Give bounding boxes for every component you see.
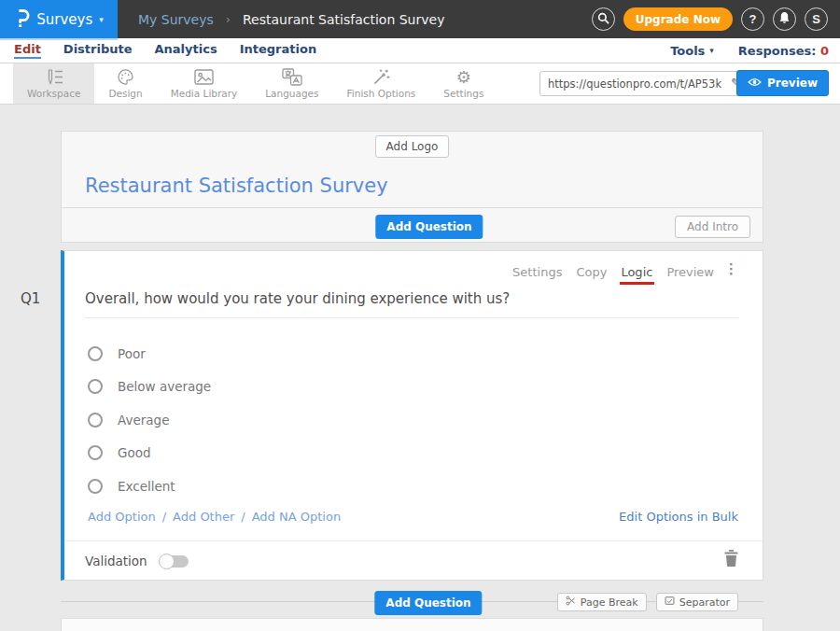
validation-label: Validation bbox=[85, 554, 147, 568]
header-actions: Upgrade Now ? S bbox=[592, 7, 840, 31]
radio-icon[interactable] bbox=[88, 445, 103, 460]
radio-icon[interactable] bbox=[88, 379, 103, 394]
answer-option-average[interactable]: Average bbox=[88, 403, 738, 437]
validation-toggle[interactable] bbox=[161, 555, 189, 568]
tab-edit[interactable]: Edit bbox=[14, 42, 41, 59]
notifications-button[interactable] bbox=[773, 7, 796, 31]
question-text[interactable]: Overall, how would you rate your dining … bbox=[85, 290, 510, 307]
question-logic-link[interactable]: Logic bbox=[621, 265, 652, 279]
question-number-label: Q1 bbox=[21, 290, 40, 307]
scissors-icon bbox=[566, 596, 576, 609]
question-copy-link[interactable]: Copy bbox=[576, 265, 607, 279]
trash-icon bbox=[724, 555, 738, 569]
chevron-down-icon: ▾ bbox=[99, 15, 104, 24]
breadcrumb: My Surveys › Restaurant Satisfaction Sur… bbox=[138, 12, 444, 27]
link-separator: / bbox=[162, 510, 166, 524]
tools-menu[interactable]: Tools ▾ bbox=[670, 44, 714, 58]
upgrade-now-button[interactable]: Upgrade Now bbox=[623, 7, 733, 31]
card-divider bbox=[64, 540, 763, 541]
responses-count: 0 bbox=[820, 44, 829, 58]
translate-icon bbox=[282, 68, 302, 86]
delete-question-button[interactable] bbox=[724, 550, 738, 569]
add-question-button-bottom[interactable]: Add Question bbox=[374, 591, 482, 615]
responses-label: Responses: bbox=[738, 44, 817, 58]
chevron-down-icon: ▾ bbox=[709, 46, 714, 55]
question-settings-link[interactable]: Settings bbox=[512, 265, 562, 279]
tab-analytics[interactable]: Analytics bbox=[155, 42, 217, 59]
eye-icon bbox=[748, 77, 762, 90]
question-more-options-icon[interactable]: ⋮ bbox=[724, 261, 738, 275]
toggle-knob bbox=[159, 554, 175, 569]
question-menu: Settings Copy Logic Preview bbox=[512, 265, 714, 279]
question-text-underline bbox=[85, 317, 738, 318]
tools-label: Tools bbox=[670, 44, 705, 58]
page-break-button[interactable]: Page Break bbox=[557, 593, 647, 611]
survey-title[interactable]: Restaurant Satisfaction Survey bbox=[85, 175, 388, 197]
answer-option-poor[interactable]: Poor bbox=[88, 337, 738, 371]
toolbar-item-languages[interactable]: Languages bbox=[251, 63, 332, 104]
nav-right: Tools ▾ Responses: 0 bbox=[670, 44, 840, 58]
product-switcher[interactable]: Surveys ▾ bbox=[0, 0, 118, 38]
breadcrumb-current-survey: Restaurant Satisfaction Survey bbox=[243, 12, 444, 27]
search-icon bbox=[597, 12, 609, 27]
add-other-link[interactable]: Add Other bbox=[173, 510, 234, 524]
answer-option-excellent[interactable]: Excellent bbox=[88, 470, 738, 503]
question-preview-link[interactable]: Preview bbox=[666, 265, 714, 279]
preview-button-label: Preview bbox=[767, 77, 818, 90]
toolbar-item-workspace[interactable]: Workspace bbox=[13, 63, 94, 104]
top-header: Surveys ▾ My Surveys › Restaurant Satisf… bbox=[0, 0, 840, 38]
add-question-row-top: Add Question Add Intro bbox=[61, 207, 763, 243]
product-switcher-label: Surveys bbox=[36, 11, 92, 28]
link-separator: / bbox=[241, 510, 245, 524]
responses-counter[interactable]: Responses: 0 bbox=[738, 44, 829, 58]
gear-icon: ⚙ bbox=[456, 68, 471, 86]
help-button[interactable]: ? bbox=[741, 7, 764, 31]
checkbox-icon bbox=[665, 596, 675, 609]
palette-icon bbox=[117, 68, 134, 86]
avatar[interactable]: S bbox=[805, 7, 828, 31]
preview-button[interactable]: Preview bbox=[736, 70, 829, 96]
answer-option-good[interactable]: Good bbox=[88, 437, 738, 470]
workspace-icon bbox=[45, 68, 63, 86]
add-intro-button[interactable]: Add Intro bbox=[675, 216, 750, 238]
option-action-links: Add Option / Add Other / Add NA Option bbox=[88, 510, 341, 524]
breadcrumb-my-surveys[interactable]: My Surveys bbox=[138, 12, 214, 27]
editor-toolbar: Workspace Design bbox=[0, 63, 840, 105]
question-card-q1: Settings Copy Logic Preview ⋮ Overall, h… bbox=[61, 250, 763, 581]
breadcrumb-separator-icon: › bbox=[226, 12, 231, 26]
image-icon bbox=[194, 68, 214, 86]
radio-icon[interactable] bbox=[88, 479, 103, 494]
answer-options-list: Poor Below average Average Good Excellen… bbox=[88, 337, 738, 503]
survey-workspace: Q1 Add Logo Restaurant Satisfaction Surv… bbox=[0, 105, 840, 631]
search-button[interactable] bbox=[592, 7, 615, 31]
logic-annotation-underline bbox=[620, 282, 654, 285]
tab-integration[interactable]: Integration bbox=[240, 42, 316, 59]
toolbar-item-media-library[interactable]: Media Library bbox=[157, 63, 252, 104]
insert-controls: Page Break Separator bbox=[557, 593, 738, 611]
radio-icon[interactable] bbox=[88, 413, 103, 428]
survey-url-input[interactable] bbox=[539, 71, 747, 96]
edit-options-in-bulk-link[interactable]: Edit Options in Bulk bbox=[619, 510, 738, 524]
bell-icon bbox=[778, 11, 791, 27]
add-question-row-bottom: Add Question Page Break bbox=[61, 588, 763, 616]
answer-option-below-average[interactable]: Below average bbox=[88, 371, 738, 404]
main-nav: Edit Distribute Analytics Integration To… bbox=[0, 38, 840, 63]
tab-distribute[interactable]: Distribute bbox=[63, 42, 133, 59]
separator-label: Separator bbox=[679, 596, 730, 609]
magic-wand-icon bbox=[372, 68, 390, 86]
toolbar-item-finish-options[interactable]: Finish Options bbox=[333, 63, 430, 104]
radio-icon[interactable] bbox=[88, 346, 103, 361]
page-break-label: Page Break bbox=[581, 596, 638, 609]
next-section-card bbox=[61, 618, 763, 631]
survey-url-field: ✎ bbox=[539, 71, 747, 96]
separator-button[interactable]: Separator bbox=[656, 593, 738, 611]
questionpro-logo-icon bbox=[14, 7, 30, 32]
toolbar-item-design[interactable]: Design bbox=[94, 63, 156, 104]
add-question-button-top[interactable]: Add Question bbox=[375, 215, 483, 239]
nav-tabs: Edit Distribute Analytics Integration bbox=[0, 42, 316, 59]
add-option-link[interactable]: Add Option bbox=[88, 510, 156, 524]
toolbar-item-settings[interactable]: ⚙ Settings bbox=[429, 63, 497, 104]
add-na-option-link[interactable]: Add NA Option bbox=[252, 510, 341, 524]
questionpro-survey-editor: Surveys ▾ My Surveys › Restaurant Satisf… bbox=[0, 0, 840, 631]
add-logo-button[interactable]: Add Logo bbox=[375, 135, 450, 158]
